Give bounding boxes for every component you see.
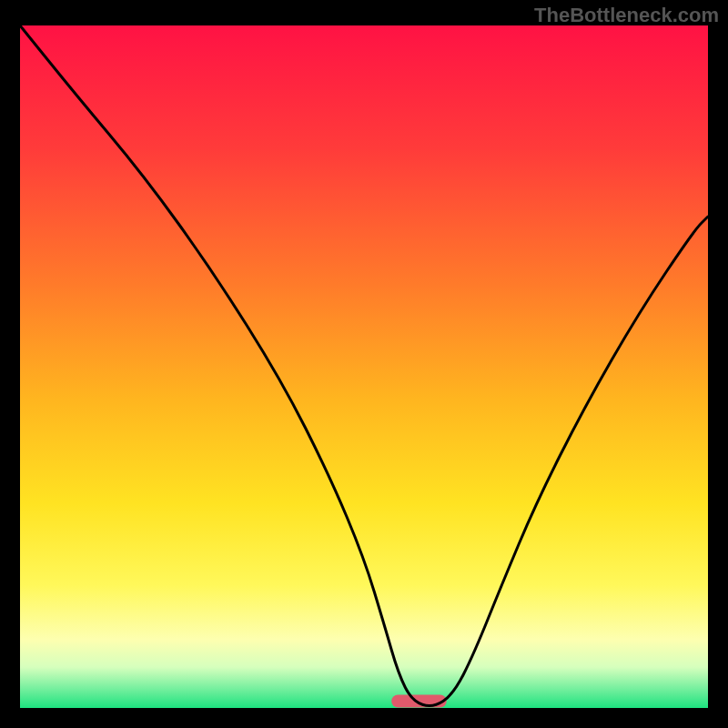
chart-background	[20, 25, 708, 708]
optimal-range-marker	[391, 695, 446, 708]
watermark-text: TheBottleneck.com	[534, 4, 719, 27]
bottleneck-chart	[20, 25, 708, 708]
chart-container: TheBottleneck.com	[0, 0, 728, 728]
